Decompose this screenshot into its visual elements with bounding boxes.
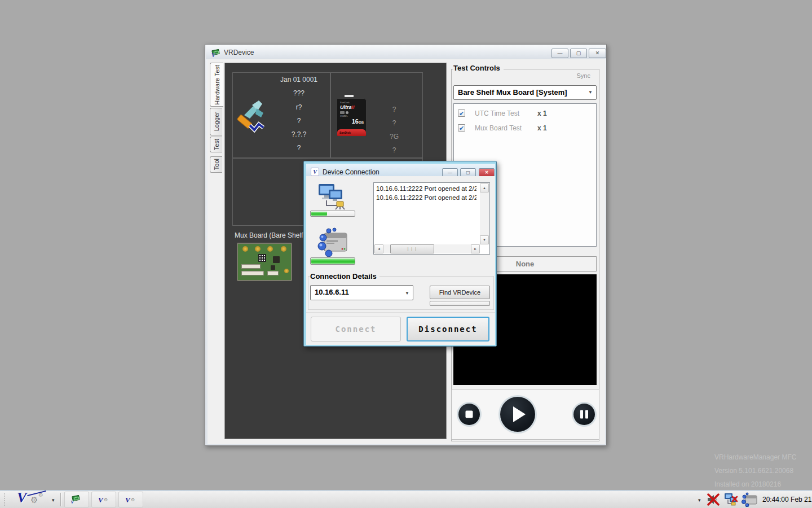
log-entry: 10.16.6.11:2222 Port opened at 2/21/2 bbox=[376, 194, 476, 201]
device-line: r? bbox=[259, 103, 339, 111]
dialog-titlebar[interactable]: V Device Connection — ▢ ✕ bbox=[306, 164, 495, 176]
divider bbox=[306, 312, 495, 313]
play-button[interactable] bbox=[500, 397, 535, 432]
scroll-left-icon[interactable]: ◄ bbox=[374, 244, 383, 253]
scroll-right-icon[interactable]: ► bbox=[471, 244, 480, 253]
taskbar-grip[interactable] bbox=[3, 493, 5, 506]
sd-card-notch bbox=[345, 95, 354, 97]
network-disconnected-icon[interactable] bbox=[723, 492, 739, 508]
volume-muted-icon[interactable] bbox=[705, 492, 721, 508]
address-value: 10.16.6.11 bbox=[315, 288, 349, 296]
sd-speed: 15MB/s bbox=[340, 115, 364, 117]
ssh-tray-icon[interactable] bbox=[741, 492, 758, 508]
mux-board-image bbox=[237, 243, 292, 281]
play-icon bbox=[513, 406, 526, 422]
test-suite-selected: Bare Shelf Mux Board [System] bbox=[458, 88, 567, 97]
pause-button[interactable] bbox=[573, 404, 595, 425]
launcher-dropdown-icon[interactable]: ▾ bbox=[52, 497, 55, 503]
connection-progress-bar bbox=[310, 211, 355, 217]
checkbox-utc-time-test[interactable]: ✔ bbox=[458, 110, 465, 117]
find-progress-bar bbox=[430, 301, 490, 306]
scroll-down-icon[interactable]: ▼ bbox=[480, 235, 489, 244]
dialog-maximize-button[interactable]: ▢ bbox=[460, 168, 476, 177]
sd-model: UltraII bbox=[340, 104, 364, 110]
tab-logger[interactable]: Logger bbox=[210, 108, 222, 135]
address-combobox[interactable]: 10.16.6.11 ▼ bbox=[310, 285, 413, 300]
chevron-down-icon: ▼ bbox=[588, 90, 593, 95]
chevron-down-icon: ▼ bbox=[405, 291, 409, 296]
tab-hardware-test[interactable]: Hardware Test bbox=[210, 63, 223, 107]
progress-fill bbox=[311, 212, 327, 216]
taskbar-app-vr1[interactable]: V⚙ bbox=[91, 492, 116, 507]
tab-label: Test bbox=[213, 139, 220, 150]
scroll-up-icon[interactable]: ▲ bbox=[480, 183, 489, 192]
gear-icon: ⚙ bbox=[131, 497, 135, 502]
test-name: UTC Time Test bbox=[475, 110, 519, 117]
sd-line: ? bbox=[383, 106, 405, 113]
watermark-line: Version 5.101.6621.20068 bbox=[714, 464, 796, 478]
dialog-body: 10.16.6.11:2222 Port opened at 2/21/2 10… bbox=[306, 176, 495, 345]
device-line: ??? bbox=[259, 89, 339, 97]
connect-button[interactable]: Connect bbox=[311, 317, 401, 341]
sd-line: ? bbox=[383, 119, 405, 127]
sd-brand: SanDisk bbox=[340, 101, 364, 104]
device-line: ? bbox=[259, 144, 339, 152]
vrdevice-titlebar[interactable]: V VRDevice — ▢ ✕ bbox=[206, 45, 606, 59]
connection-log-list[interactable]: 10.16.6.11:2222 Port opened at 2/21/2 10… bbox=[373, 182, 490, 255]
checkbox-mux-board-test[interactable]: ✔ bbox=[458, 124, 465, 132]
thumb-grip: ❘❘❘ bbox=[407, 247, 418, 251]
test-controls-title: Test Controls bbox=[453, 64, 504, 72]
test-row[interactable]: ✔ Mux Board Test x 1 bbox=[454, 122, 596, 137]
tab-label: Hardware Test bbox=[214, 65, 220, 105]
tab-label: Logger bbox=[213, 112, 220, 131]
vertical-scrollbar[interactable]: ▲ ▼ bbox=[480, 183, 489, 244]
scrollbar-thumb[interactable]: ❘❘❘ bbox=[390, 244, 434, 253]
device-date: Jan 01 0001 bbox=[259, 76, 339, 84]
dialog-app-icon: V bbox=[311, 168, 319, 176]
taskbar-separator bbox=[60, 493, 61, 506]
device-line: ? bbox=[259, 117, 339, 125]
connection-details-label: Connection Details bbox=[310, 272, 379, 281]
log-entry: 10.16.6.11:2222 Port opened at 2/21/2 bbox=[376, 185, 476, 192]
gear-icon: ⚙ bbox=[30, 495, 38, 505]
test-suite-dropdown[interactable]: Bare Shelf Mux Board [System] ▼ bbox=[453, 85, 597, 100]
tray-expand-icon[interactable]: ▾ bbox=[698, 497, 701, 503]
test-count: x 1 bbox=[537, 124, 547, 132]
sd-line: ? bbox=[383, 146, 405, 154]
tab-label: Tool bbox=[213, 159, 220, 170]
start-launcher-icon[interactable]: V ⚙ ⚙ bbox=[17, 489, 50, 507]
ssh-server-icon bbox=[317, 227, 350, 257]
minimize-button[interactable]: — bbox=[551, 49, 568, 58]
taskbar-clock[interactable]: 20:44:00 Feb 21 bbox=[762, 496, 811, 503]
desktop-watermark: VRHardwareManager MFC Version 5.101.6621… bbox=[714, 450, 796, 491]
device-line: ?.?.? bbox=[259, 130, 339, 138]
sync-label: Sync bbox=[577, 72, 590, 79]
find-vrdevice-button[interactable]: Find VRDevice bbox=[430, 286, 490, 299]
network-computers-icon bbox=[315, 183, 350, 211]
stop-button[interactable] bbox=[458, 404, 480, 425]
taskbar: V ⚙ ⚙ ▾ v V⚙ V⚙ ▾ bbox=[0, 490, 812, 508]
gear-icon: ⚙ bbox=[104, 497, 108, 502]
tab-tool[interactable]: Tool bbox=[210, 156, 222, 173]
disconnect-button[interactable]: Disconnect bbox=[407, 317, 489, 341]
test-name: Mux Board Test bbox=[475, 124, 522, 132]
progress-fill bbox=[311, 259, 355, 264]
taskbar-app-vr2[interactable]: V⚙ bbox=[118, 492, 143, 507]
maximize-button[interactable]: ▢ bbox=[570, 49, 587, 58]
watermark-line: Installed on 20180216 bbox=[714, 478, 796, 491]
device-connection-dialog: V Device Connection — ▢ ✕ bbox=[303, 161, 497, 347]
window-title: VRDevice bbox=[224, 49, 254, 56]
tab-test[interactable]: Test bbox=[210, 137, 222, 152]
dialog-minimize-button[interactable]: — bbox=[442, 168, 458, 177]
sd-logos bbox=[340, 111, 364, 114]
watermark-line: VRHardwareManager MFC bbox=[714, 450, 796, 464]
taskbar-app-vrdevice[interactable]: v bbox=[64, 492, 89, 507]
dialog-close-button[interactable]: ✕ bbox=[479, 168, 495, 177]
horizontal-scrollbar[interactable]: ◄ ► ❘❘❘ bbox=[374, 244, 480, 253]
test-row[interactable]: ✔ UTC Time Test x 1 bbox=[454, 107, 596, 122]
dialog-title: Device Connection bbox=[323, 168, 379, 176]
close-button[interactable]: ✕ bbox=[589, 49, 606, 58]
vrdevice-app-icon: V bbox=[211, 48, 220, 57]
ssh-progress-bar bbox=[310, 257, 355, 265]
sd-card-image: SanDisk UltraII 15MB/s 16GB SanDisk bbox=[337, 98, 367, 137]
